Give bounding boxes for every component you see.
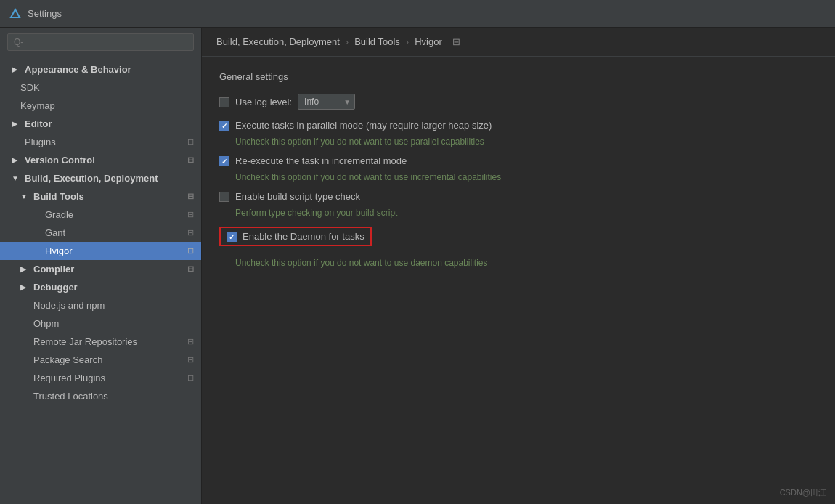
build-script-check-row: Enable build script type check bbox=[219, 191, 818, 202]
sidebar-item-plugins[interactable]: Plugins ⊟ bbox=[0, 133, 201, 151]
expand-icon: ▶ bbox=[12, 120, 20, 128]
sidebar-label: Appearance & Behavior bbox=[25, 64, 131, 75]
parallel-mode-checkbox[interactable] bbox=[219, 121, 229, 131]
settings-icon: ⊟ bbox=[187, 192, 194, 201]
incremental-mode-row: Re-execute the task in incremental mode bbox=[219, 155, 818, 166]
main-layout: ▶ Appearance & Behavior SDK Keymap ▶ Edi… bbox=[0, 28, 835, 504]
sidebar-item-debugger[interactable]: ▶ Debugger bbox=[0, 278, 201, 296]
content-area: Build, Execution, Deployment › Build Too… bbox=[202, 28, 835, 504]
sidebar-label: Gant bbox=[45, 227, 65, 238]
sidebar-label: Version Control bbox=[25, 155, 95, 166]
svg-marker-0 bbox=[11, 9, 20, 17]
sidebar-item-required-plugins[interactable]: Required Plugins ⊟ bbox=[0, 369, 201, 387]
sidebar-label: Compiler bbox=[33, 264, 74, 275]
sidebar-item-build-execution[interactable]: ▼ Build, Execution, Deployment bbox=[0, 169, 201, 187]
search-box bbox=[0, 28, 201, 57]
parallel-mode-hint: Uncheck this option if you do not want t… bbox=[219, 137, 818, 147]
sidebar-item-package-search[interactable]: Package Search ⊟ bbox=[0, 351, 201, 369]
settings-icon: ⊟ bbox=[187, 337, 194, 346]
sidebar-label: Trusted Locations bbox=[33, 391, 108, 402]
content-inner: General settings Use log level: Verbose … bbox=[202, 57, 835, 504]
sidebar-item-keymap[interactable]: Keymap bbox=[0, 97, 201, 115]
sidebar-item-version-control[interactable]: ▶ Version Control ⊟ bbox=[0, 151, 201, 169]
sidebar-label: Ohpm bbox=[33, 318, 59, 329]
breadcrumb-sep-1: › bbox=[346, 36, 349, 47]
breadcrumb-part-1: Build, Execution, Deployment bbox=[216, 36, 340, 47]
sidebar-label: Package Search bbox=[33, 354, 102, 365]
sidebar-label: Required Plugins bbox=[33, 373, 105, 383]
sidebar-label: Build, Execution, Deployment bbox=[25, 173, 158, 184]
sidebar-item-gant[interactable]: Gant ⊟ bbox=[0, 224, 201, 242]
breadcrumb-part-3: Hvigor bbox=[415, 36, 442, 47]
sidebar: ▶ Appearance & Behavior SDK Keymap ▶ Edi… bbox=[0, 28, 202, 504]
build-script-check-label: Enable build script type check bbox=[235, 191, 360, 202]
breadcrumb: Build, Execution, Deployment › Build Too… bbox=[202, 28, 835, 57]
sidebar-item-gradle[interactable]: Gradle ⊟ bbox=[0, 206, 201, 224]
sidebar-item-appearance[interactable]: ▶ Appearance & Behavior bbox=[0, 60, 201, 78]
sidebar-label: Build Tools bbox=[33, 191, 84, 202]
settings-icon: ⊟ bbox=[187, 210, 194, 219]
settings-icon: ⊟ bbox=[187, 246, 194, 256]
settings-icon: ⊟ bbox=[187, 355, 194, 365]
log-level-label: Use log level: bbox=[235, 97, 292, 107]
sidebar-item-sdk[interactable]: SDK bbox=[0, 78, 201, 97]
sidebar-list: ▶ Appearance & Behavior SDK Keymap ▶ Edi… bbox=[0, 57, 201, 504]
incremental-mode-hint: Uncheck this option if you do not want t… bbox=[219, 172, 818, 182]
sidebar-label: Hvigor bbox=[45, 245, 73, 256]
log-level-checkbox[interactable] bbox=[219, 97, 229, 107]
daemon-tasks-checkbox[interactable] bbox=[227, 232, 237, 242]
log-level-select[interactable]: Verbose Debug Info Warn Error bbox=[298, 94, 355, 110]
expand-icon: ▶ bbox=[20, 283, 29, 291]
log-level-row: Use log level: Verbose Debug Info Warn E… bbox=[219, 94, 818, 110]
search-input[interactable] bbox=[7, 33, 194, 51]
sidebar-label: Debugger bbox=[33, 282, 78, 293]
sidebar-item-compiler[interactable]: ▶ Compiler ⊟ bbox=[0, 260, 201, 278]
sidebar-label: SDK bbox=[20, 82, 40, 93]
daemon-tasks-highlight-box: Enable the Daemon for tasks bbox=[219, 227, 372, 246]
build-script-check-checkbox[interactable] bbox=[219, 192, 229, 202]
daemon-tasks-label: Enable the Daemon for tasks bbox=[243, 231, 364, 242]
title-bar: Settings bbox=[0, 0, 835, 28]
expand-icon: ▼ bbox=[12, 174, 20, 182]
expand-icon: ▼ bbox=[20, 192, 29, 200]
expand-icon: ▶ bbox=[20, 265, 29, 273]
sidebar-label: Gradle bbox=[45, 209, 73, 220]
sidebar-label: Remote Jar Repositories bbox=[33, 336, 137, 347]
expand-icon: ▶ bbox=[12, 156, 20, 164]
parallel-mode-row: Execute tasks in parallel mode (may requ… bbox=[219, 120, 818, 131]
log-level-select-wrapper: Verbose Debug Info Warn Error ▼ bbox=[298, 94, 355, 110]
settings-icon: ⊟ bbox=[187, 155, 194, 165]
settings-icon: ⊟ bbox=[187, 137, 194, 147]
daemon-tasks-hint: Uncheck this option if you do not want t… bbox=[219, 258, 818, 268]
sidebar-item-editor[interactable]: ▶ Editor bbox=[0, 115, 201, 133]
daemon-tasks-highlight-container: Enable the Daemon for tasks bbox=[219, 227, 818, 252]
sidebar-label: Editor bbox=[25, 118, 52, 129]
parallel-mode-label: Execute tasks in parallel mode (may requ… bbox=[235, 120, 492, 131]
sidebar-label: Plugins bbox=[25, 137, 56, 147]
watermark: CSDN@田江 bbox=[780, 487, 826, 498]
incremental-mode-checkbox[interactable] bbox=[219, 156, 229, 166]
incremental-mode-label: Re-execute the task in incremental mode bbox=[235, 155, 407, 166]
sidebar-label: Node.js and npm bbox=[33, 300, 105, 311]
window-title: Settings bbox=[28, 8, 62, 19]
sidebar-label: Keymap bbox=[20, 100, 55, 111]
sidebar-item-ohpm[interactable]: Ohpm bbox=[0, 314, 201, 333]
settings-icon: ⊟ bbox=[187, 228, 194, 237]
build-script-check-hint: Perform type checking on your build scri… bbox=[219, 208, 818, 218]
section-title: General settings bbox=[219, 71, 818, 82]
sidebar-item-remote-jar[interactable]: Remote Jar Repositories ⊟ bbox=[0, 333, 201, 351]
breadcrumb-part-2: Build Tools bbox=[354, 36, 400, 47]
sidebar-item-nodejs[interactable]: Node.js and npm bbox=[0, 296, 201, 314]
breadcrumb-sep-2: › bbox=[406, 36, 409, 47]
settings-icon: ⊟ bbox=[187, 264, 194, 274]
expand-icon: ▶ bbox=[12, 65, 20, 73]
sidebar-item-hvigor[interactable]: Hvigor ⊟ bbox=[0, 242, 201, 260]
sidebar-item-trusted-locations[interactable]: Trusted Locations bbox=[0, 387, 201, 405]
breadcrumb-settings-icon: ⊟ bbox=[452, 36, 460, 47]
sidebar-item-build-tools[interactable]: ▼ Build Tools ⊟ bbox=[0, 187, 201, 206]
settings-icon: ⊟ bbox=[187, 373, 194, 383]
app-icon bbox=[9, 7, 22, 20]
